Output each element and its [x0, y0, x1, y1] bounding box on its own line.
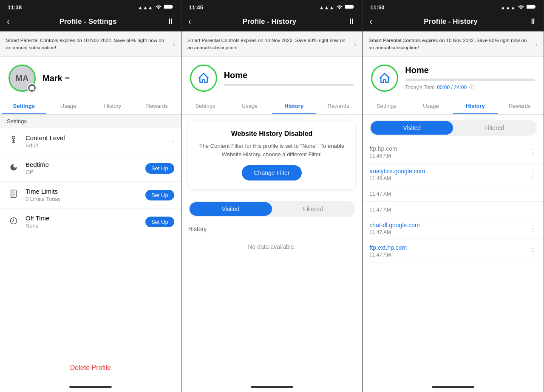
tab-rewards-2[interactable]: Rewards: [316, 99, 360, 114]
settings-item-content-level[interactable]: Content Level Adult ›: [0, 128, 181, 155]
svg-rect-0: [164, 5, 172, 8]
screen-settings: 11:38 ▲▲▲ ‹ Profile - Settings ⏸ Smart P…: [0, 0, 181, 392]
settings-item-off-time[interactable]: Off Time None Set Up: [0, 209, 181, 235]
banner-text-2: Smart Parental Controls expires on 10 No…: [187, 37, 351, 51]
tab-history-3[interactable]: History: [453, 99, 497, 114]
home-icon-circle-3: [371, 65, 398, 92]
history-item-0[interactable]: ftp.hp.com 11:48 AM ⋮: [363, 141, 544, 164]
tab-usage-2[interactable]: Usage: [227, 99, 272, 114]
toggle-visited-3[interactable]: Visited: [371, 121, 453, 135]
off-time-setup-btn[interactable]: Set Up: [145, 217, 174, 227]
tab-usage-3[interactable]: Usage: [409, 99, 453, 114]
today-label-3: Today's Total: [405, 85, 434, 90]
tab-settings-3[interactable]: Settings: [364, 99, 408, 114]
banner-1[interactable]: Smart Parental Controls expires on 10 No…: [0, 31, 181, 57]
content-level-title: Content Level: [26, 134, 168, 141]
tabs-3: Settings Usage History Rewards: [363, 99, 544, 115]
time-limits-icon: [7, 189, 20, 201]
tab-history-2[interactable]: History: [272, 99, 316, 114]
history-item-info-3: 11:47 AM: [369, 206, 537, 213]
bedtime-action: Set Up: [145, 163, 174, 174]
toggle-filtered-3[interactable]: Filtered: [453, 121, 536, 135]
settings-content: Settings Content Level Adult ›: [0, 115, 181, 382]
back-button-2[interactable]: ‹: [188, 17, 191, 26]
screen-history-disabled: 11:45 ▲▲▲ ‹ Profile - History ⏸ Smart Pa…: [181, 0, 363, 392]
more-dots-5[interactable]: ⋮: [526, 246, 537, 256]
bedtime-icon: [7, 163, 20, 174]
off-time-text: Off Time None: [26, 214, 142, 229]
history-item-4[interactable]: chat-dl.google.com 11:47 AM ⋮: [363, 217, 544, 240]
banner-3[interactable]: Smart Parental Controls expires on 10 No…: [363, 31, 544, 57]
banner-text-1: Smart Parental Controls expires on 10 No…: [6, 37, 170, 51]
status-icons-3: ▲▲▲: [500, 4, 536, 11]
history-item-2[interactable]: 11:47 AM: [363, 186, 544, 202]
battery-icon-3: [527, 4, 536, 11]
time-limits-action: Set Up: [145, 190, 174, 200]
status-icons-2: ▲▲▲: [319, 4, 355, 11]
more-dots-0[interactable]: ⋮: [526, 147, 537, 157]
settings-section: Settings: [0, 115, 181, 128]
banner-arrow-3: ›: [536, 41, 538, 48]
pause-button-2[interactable]: ⏸: [348, 17, 355, 26]
history-url-1: analytics.google.com: [369, 168, 526, 175]
tab-usage-1[interactable]: Usage: [46, 99, 90, 114]
home-bar-1: [69, 386, 112, 388]
time-limits-setup-btn[interactable]: Set Up: [145, 190, 174, 200]
settings-item-bedtime[interactable]: Bedtime Off Set Up: [0, 155, 181, 182]
progress-bar-2: [224, 84, 354, 86]
toggle-filtered-2[interactable]: Filtered: [272, 202, 354, 216]
home-name-2: Home: [224, 71, 354, 80]
off-time-subtitle: None: [26, 223, 142, 229]
time-limits-text: Time Limits 0 Limits Today: [26, 188, 142, 202]
off-time-action: Set Up: [145, 217, 174, 227]
edit-icon[interactable]: ✏: [65, 75, 70, 82]
back-button-1[interactable]: ‹: [7, 17, 10, 26]
more-dots-4[interactable]: ⋮: [526, 224, 537, 233]
pause-button-3[interactable]: ⏸: [529, 17, 537, 26]
history-item-1[interactable]: analytics.google.com 11:48 AM ⋮: [363, 164, 544, 186]
tab-rewards-1[interactable]: Rewards: [135, 99, 179, 114]
profile-header: MA Mark ✏: [0, 57, 181, 99]
chevron-right-icon-1: ›: [172, 138, 174, 145]
tab-settings-1[interactable]: Settings: [2, 99, 46, 114]
nav-bar-1: ‹ Profile - Settings ⏸: [0, 13, 181, 31]
pause-button-1[interactable]: ⏸: [167, 17, 174, 26]
tab-rewards-3[interactable]: Rewards: [498, 99, 542, 114]
bedtime-setup-btn[interactable]: Set Up: [145, 163, 174, 174]
svg-point-2: [12, 136, 15, 138]
tab-settings-2[interactable]: Settings: [183, 99, 227, 114]
back-button-3[interactable]: ‹: [369, 17, 372, 26]
status-bar-1: 11:38 ▲▲▲: [0, 0, 181, 13]
history-url-5: ftp.ext.hp.com: [369, 244, 526, 251]
change-filter-btn[interactable]: Change Filter: [242, 165, 301, 180]
history-item-info-5: ftp.ext.hp.com 11:47 AM: [369, 244, 526, 258]
camera-badge[interactable]: [27, 83, 37, 93]
wifi-icon-1: [155, 4, 162, 11]
status-bar-3: 11:50 ▲▲▲: [363, 0, 544, 13]
avatar-initials: MA: [15, 73, 28, 83]
svg-rect-13: [345, 5, 353, 8]
history-disabled-content: Website History Disabled The Content Fil…: [181, 115, 363, 382]
banner-arrow-2: ›: [354, 41, 357, 48]
content-level-icon: [7, 135, 20, 148]
delete-profile-btn[interactable]: Delete Profile: [0, 354, 181, 382]
content-level-action: ›: [172, 138, 174, 145]
settings-item-time-limits[interactable]: Time Limits 0 Limits Today Set Up: [0, 182, 181, 209]
more-dots-1[interactable]: ⋮: [526, 170, 537, 179]
toggle-visited-2[interactable]: Visited: [190, 202, 272, 216]
home-icon-circle-2: [190, 65, 217, 92]
status-time-3: 11:50: [370, 4, 384, 11]
battery-icon-2: [345, 4, 354, 11]
history-item-info-0: ftp.hp.com 11:48 AM: [369, 145, 526, 159]
tab-history-1[interactable]: History: [91, 99, 135, 114]
home-header-2: Home: [181, 57, 363, 99]
history-url-0: ftp.hp.com: [369, 145, 526, 152]
history-time-4: 11:47 AM: [369, 229, 526, 235]
history-item-5[interactable]: ftp.ext.hp.com 11:47 AM ⋮: [363, 240, 544, 262]
toggle-bar-2: Visited Filtered: [188, 201, 356, 217]
nav-title-1: Profile - Settings: [60, 17, 117, 26]
screen-history-active: 11:50 ▲▲▲ ‹ Profile - History ⏸ Smart Pa…: [363, 0, 544, 392]
banner-2[interactable]: Smart Parental Controls expires on 10 No…: [181, 31, 363, 57]
history-item-info-2: 11:47 AM: [369, 190, 537, 197]
history-item-3[interactable]: 11:47 AM: [363, 202, 544, 217]
